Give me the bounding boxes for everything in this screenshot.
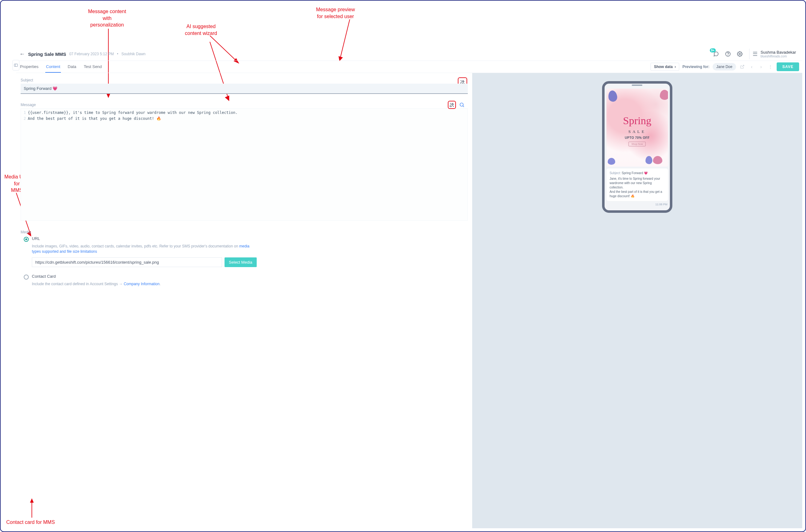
preview-img-shopnow: Shop Now	[629, 142, 646, 146]
media-contact-help: Include the contact card defined in Acco…	[32, 282, 257, 287]
back-button[interactable]: ←	[19, 51, 25, 57]
tab-test-send[interactable]: Test Send	[83, 61, 103, 73]
editor-pane: Subject Spring Forward 💗 Message	[16, 73, 472, 528]
settings-button[interactable]	[735, 50, 744, 58]
svg-point-22	[460, 103, 463, 107]
preview-message-button[interactable]	[458, 101, 466, 109]
line-number: 1	[21, 110, 28, 116]
media-label: Media	[21, 230, 468, 234]
preview-next-button[interactable]: ›	[758, 64, 764, 69]
media-contact-card-label: Contact Card	[32, 274, 56, 279]
left-rail-toggle[interactable]	[13, 60, 19, 71]
subject-label: Subject	[21, 78, 468, 82]
line-number: 2	[21, 116, 28, 122]
company-info-link[interactable]: Company Information	[124, 282, 160, 286]
preview-img-upto: UPTO 70% OFF	[606, 136, 668, 139]
svg-point-14	[739, 53, 740, 55]
help-button[interactable]	[723, 50, 732, 58]
more-menu-button[interactable]: ⋮	[767, 64, 773, 69]
hamburger-icon: ☰	[753, 51, 757, 57]
select-media-button[interactable]: Select Media	[224, 258, 257, 267]
svg-line-17	[742, 65, 744, 67]
preview-mms-image: Spring SALE UPTO 70% OFF Shop Now	[606, 89, 668, 167]
open-external-icon[interactable]	[739, 64, 746, 69]
message-line-1: {{user.firstname}}, it's time to Spring …	[28, 110, 468, 116]
svg-point-21	[453, 106, 454, 107]
preview-body-line-1: Jane, it's time to Spring forward your w…	[609, 177, 665, 190]
subject-input[interactable]: Spring Forward 💗	[21, 83, 468, 94]
preview-subject-label: Subject:	[609, 171, 621, 175]
message-line-2: And the best part of it is that you get …	[28, 116, 468, 122]
tab-properties[interactable]: Properties	[19, 61, 39, 73]
template-author: Soubhik Dawn	[122, 52, 146, 56]
current-user-domain: blueshiftreads.com	[761, 55, 796, 58]
user-menu[interactable]: ☰ Sushma Bavadekar blueshiftreads.com	[749, 49, 799, 59]
media-contact-card-radio[interactable]	[24, 274, 29, 280]
svg-line-23	[463, 106, 464, 107]
notifications-badge: 9+	[710, 49, 716, 53]
media-url-radio[interactable]	[24, 237, 29, 242]
annotation-msg-content: Message content with personalization	[88, 8, 126, 28]
preview-subject-value: Spring Forward 💗	[622, 171, 648, 175]
preview-message-bubble: Subject: Spring Forward 💗 Jane, it's tim…	[606, 169, 668, 201]
preview-prev-button[interactable]: ‹	[749, 64, 755, 69]
preview-img-sale: SALE	[606, 129, 668, 134]
svg-point-20	[450, 103, 451, 103]
ai-wizard-message-button[interactable]	[448, 101, 456, 109]
svg-point-18	[461, 80, 461, 81]
message-editor[interactable]: 1 {{user.firstname}}, it's time to Sprin…	[21, 108, 468, 221]
preview-timestamp: 11:08 PM	[605, 203, 667, 206]
page-header: ← Spring Sale MMS 07 February 2023 5:12 …	[16, 48, 802, 60]
template-timestamp: 07 February 2023 5:12 PM	[69, 52, 114, 56]
previewing-for-label: Previewing for:	[682, 64, 710, 69]
preview-img-spring: Spring	[606, 116, 668, 126]
svg-point-13	[728, 55, 728, 55]
preview-pane: Spring SALE UPTO 70% OFF Shop Now Subjec…	[472, 73, 802, 528]
tab-row: Properties Content Data Test Send Show d…	[16, 60, 802, 73]
media-url-input[interactable]	[32, 258, 222, 267]
annotation-preview: Message preview for selected user	[316, 6, 355, 20]
message-label: Message	[21, 103, 468, 107]
media-url-radio-label: URL	[32, 236, 40, 241]
preview-body-line-2: And the best part of it is that you get …	[609, 190, 665, 198]
svg-rect-15	[14, 64, 18, 66]
media-url-help: Include images, GIFs, video, audio, cont…	[32, 244, 257, 254]
template-title: Spring Sale MMS	[28, 52, 66, 57]
show-data-button[interactable]: Show data ›	[651, 63, 679, 71]
preview-user-select[interactable]: Jane Doe	[713, 63, 736, 71]
tab-data[interactable]: Data	[67, 61, 77, 73]
current-user-name: Sushma Bavadekar	[761, 50, 796, 55]
notifications-button[interactable]: 9+	[712, 50, 720, 58]
tab-content[interactable]: Content	[45, 61, 61, 73]
device-notch	[605, 83, 670, 87]
separator: •	[117, 52, 118, 56]
annotation-ai-wizard: AI suggested content wizard	[185, 23, 217, 37]
chevron-right-icon: ›	[675, 64, 676, 69]
save-button[interactable]: SAVE	[777, 62, 799, 71]
device-preview: Spring SALE UPTO 70% OFF Shop Now Subjec…	[602, 81, 672, 213]
